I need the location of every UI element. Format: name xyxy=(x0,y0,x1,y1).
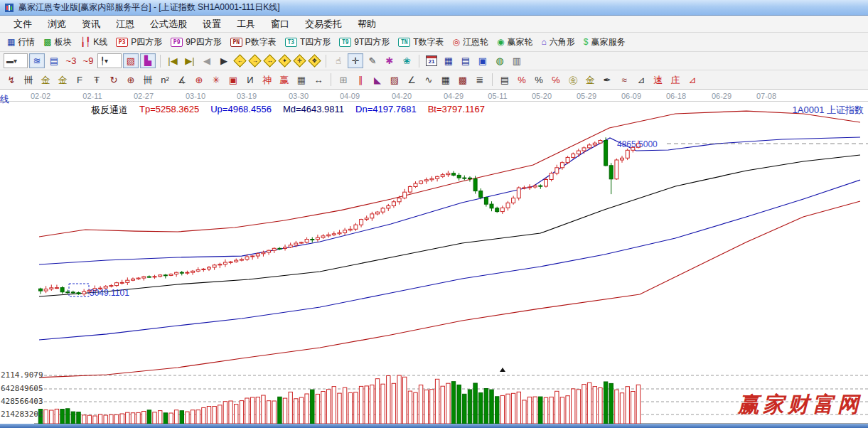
calculator-icon[interactable]: ▦ xyxy=(441,53,456,68)
percent-icon[interactable]: % xyxy=(531,73,547,87)
chart-canvas[interactable] xyxy=(0,90,868,424)
menu-item-9[interactable]: 帮助 xyxy=(350,16,384,32)
shift-right-diamond[interactable]: → xyxy=(248,54,261,67)
menu-item-7[interactable]: 窗口 xyxy=(263,16,297,32)
t-number-table-icon: TN xyxy=(398,38,410,47)
toolbar-feature-gann-wheel[interactable]: ◎江恩轮 xyxy=(449,35,493,50)
percent-drop-icon[interactable]: % xyxy=(514,73,530,87)
pane-tab-kline[interactable]: K线 xyxy=(0,93,18,105)
gold-line-icon[interactable]: 金 xyxy=(582,73,598,87)
golden-ratio-icon[interactable]: 金 xyxy=(55,73,70,87)
hammer-tool-icon[interactable]: ↯ xyxy=(4,73,19,87)
wave-9-icon[interactable]: ~9 xyxy=(80,53,96,68)
hand-tool-icon[interactable]: ☝ xyxy=(331,53,346,68)
analysis-icon[interactable]: ❀ xyxy=(399,53,414,68)
toolbar-feature-9p-square[interactable]: P99P四方形 xyxy=(166,35,226,50)
frame-tool-icon[interactable]: ⊞ xyxy=(336,73,351,87)
compress-x-diamond[interactable]: ✦ xyxy=(278,54,291,67)
toolbar-feature-winner-wheel[interactable]: ◉赢家轮 xyxy=(493,35,537,50)
menu-item-6[interactable]: 工具 xyxy=(229,16,263,32)
candle-style-combo[interactable]: ╿▾ xyxy=(97,53,122,68)
region-flag-icon[interactable]: ▧ xyxy=(123,53,139,68)
crosshair-icon[interactable]: ✛ xyxy=(348,53,363,68)
angle-ruler-icon[interactable]: ∡ xyxy=(174,73,190,87)
t-square-label: T四方形 xyxy=(300,36,331,48)
menu-item-1[interactable]: 浏览 xyxy=(40,16,74,32)
measure-list-icon[interactable]: ▤ xyxy=(497,73,513,87)
brush-icon[interactable]: ✒ xyxy=(599,73,615,87)
menu-item-2[interactable]: 资讯 xyxy=(74,16,108,32)
circled-gold-icon[interactable]: ㊎ xyxy=(565,73,581,87)
toolbar-feature-winner-service[interactable]: $赢家服务 xyxy=(579,35,630,50)
target-circle-icon[interactable]: ⊕ xyxy=(191,73,207,87)
wave-count-icon[interactable]: И xyxy=(242,73,258,87)
price-grid-icon[interactable]: 卌 xyxy=(140,73,156,87)
shaded-box-icon[interactable]: ▨ xyxy=(387,73,402,87)
window-title: 赢家江恩专业版[赢家内部服务平台] - [上证指数 SH1A0001-111日K… xyxy=(18,1,280,14)
toolbar-feature-t-number-table[interactable]: TNT数字表 xyxy=(394,35,448,50)
sector-fan-icon[interactable]: ◣ xyxy=(370,73,385,87)
ying-tool-icon[interactable]: 赢 xyxy=(277,73,292,87)
menu-item-0[interactable]: 文件 xyxy=(6,16,40,32)
polyline-draw-icon[interactable]: ✎ xyxy=(365,53,380,68)
expand-x-diamond[interactable]: ↔ xyxy=(263,54,276,67)
quote-list-icon[interactable]: ▤ xyxy=(46,53,62,68)
pane-tab-label: K线 xyxy=(0,93,9,105)
toolbar-feature-sectors[interactable]: ▩板块 xyxy=(39,35,75,50)
shift-left-diamond[interactable]: ← xyxy=(233,54,246,67)
span-marker-icon[interactable]: ↔ xyxy=(311,73,326,87)
p-square-icon: P3 xyxy=(116,38,128,47)
chart-type-combo[interactable]: ▬▾ xyxy=(4,53,28,68)
export-icon[interactable]: ◍ xyxy=(492,53,508,68)
volume-style-icon[interactable]: ▙ xyxy=(140,53,156,68)
menu-item-8[interactable]: 交易委托 xyxy=(297,16,350,32)
gann-tool-icon[interactable]: ✱ xyxy=(382,53,397,68)
gann-box-icon[interactable]: 庄 xyxy=(668,73,683,87)
grid-a-icon[interactable]: ▦ xyxy=(438,73,454,87)
prev-bar-icon[interactable]: ◀ xyxy=(199,53,215,68)
ray-fan-icon[interactable]: ∥ xyxy=(353,73,368,87)
time-ruler-icon[interactable]: Ŧ xyxy=(89,73,105,87)
notepad-icon[interactable]: ▤ xyxy=(458,53,473,68)
date-tick-05-11: 05-11 xyxy=(488,92,507,100)
zigzag-icon[interactable]: ∿ xyxy=(421,73,436,87)
wave-3-icon[interactable]: ~3 xyxy=(63,53,79,68)
zoom-all-diamond[interactable]: ✥ xyxy=(308,54,321,67)
first-bar-icon[interactable]: |◀ xyxy=(165,53,181,68)
toolbar-feature-t-square[interactable]: T3T四方形 xyxy=(281,35,335,50)
speed-line-icon[interactable]: 速 xyxy=(650,73,666,87)
dense-grid-icon[interactable]: ▦ xyxy=(294,73,309,87)
menu-item-3[interactable]: 江恩 xyxy=(108,16,142,32)
boxed-star-icon[interactable]: ▣ xyxy=(225,73,241,87)
trend-overlay-icon[interactable]: ≋ xyxy=(29,53,45,68)
save-icon[interactable]: ▣ xyxy=(475,53,491,68)
zoom-in-diamond[interactable]: ✛ xyxy=(293,54,306,67)
spiral-icon[interactable]: ↻ xyxy=(106,73,122,87)
menu-item-5[interactable]: 设置 xyxy=(195,16,229,32)
next-bar-icon[interactable]: ▶ xyxy=(216,53,232,68)
last-bar-icon[interactable]: ▶| xyxy=(182,53,198,68)
percent-range-icon[interactable]: ℅ xyxy=(548,73,564,87)
golden-section-icon[interactable]: 金 xyxy=(38,73,53,87)
calendar-icon[interactable]: 21 xyxy=(424,53,439,68)
gann-dial-icon[interactable]: ⊕ xyxy=(123,73,139,87)
menu-item-4[interactable]: 公式选股 xyxy=(142,16,195,32)
toolbar-feature-9t-square[interactable]: T99T四方形 xyxy=(335,35,394,50)
toolbar-feature-kline[interactable]: ╽╿K线 xyxy=(76,35,112,50)
toolbar-feature-hexagon[interactable]: ⌂六角形 xyxy=(537,35,579,50)
star-rays-icon[interactable]: ✳ xyxy=(208,73,224,87)
shen-tool-icon[interactable]: 神 xyxy=(259,73,275,87)
grid-b-icon[interactable]: ▩ xyxy=(455,73,471,87)
toolbar-feature-p-number-table[interactable]: PNP数字表 xyxy=(226,35,281,50)
parallel-lines-icon[interactable]: ≣ xyxy=(472,73,488,87)
print-icon[interactable]: ▥ xyxy=(509,53,525,68)
angle-lines-icon[interactable]: ∠ xyxy=(404,73,419,87)
fibonacci-icon[interactable]: F xyxy=(72,73,87,87)
gann-grid-icon[interactable]: 卌 xyxy=(21,73,36,87)
toolbar-feature-p-square[interactable]: P3P四方形 xyxy=(112,35,166,50)
toolbar-feature-quotes[interactable]: ▦行情 xyxy=(3,35,39,50)
trend-angle-icon[interactable]: ⊿ xyxy=(633,73,649,87)
arc-tool-icon[interactable]: ⊿ xyxy=(685,73,700,87)
wave-gold-icon[interactable]: ≈ xyxy=(616,73,632,87)
square-of-nine-icon[interactable]: n² xyxy=(157,73,173,87)
